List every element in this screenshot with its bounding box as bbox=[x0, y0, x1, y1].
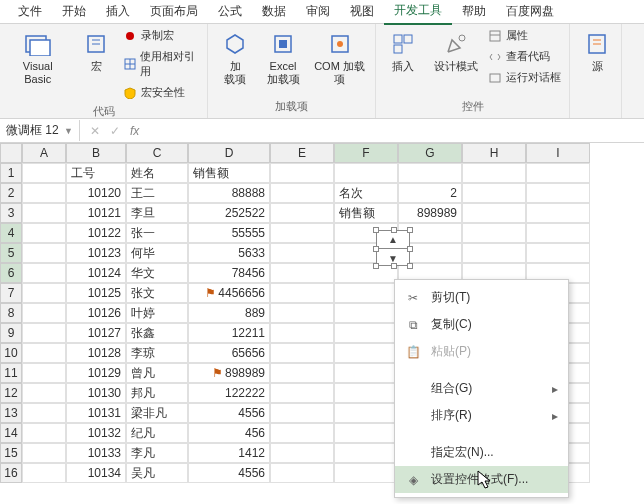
cell-H1[interactable] bbox=[462, 163, 526, 183]
cell-D2[interactable]: 88888 bbox=[188, 183, 270, 203]
cell-C14[interactable]: 纪凡 bbox=[126, 423, 188, 443]
cell-E12[interactable] bbox=[270, 383, 334, 403]
cell-A12[interactable] bbox=[22, 383, 66, 403]
cell-G1[interactable] bbox=[398, 163, 462, 183]
cell-I3[interactable] bbox=[526, 203, 590, 223]
cell-E8[interactable] bbox=[270, 303, 334, 323]
cell-I2[interactable] bbox=[526, 183, 590, 203]
cell-A1[interactable] bbox=[22, 163, 66, 183]
cell-D16[interactable]: 4556 bbox=[188, 463, 270, 483]
com-addins-button[interactable]: COM 加载项 bbox=[308, 26, 371, 90]
spin-button-control[interactable]: ▲ ▼ bbox=[376, 230, 410, 266]
cell-B7[interactable]: 10125 bbox=[66, 283, 126, 303]
cell-E16[interactable] bbox=[270, 463, 334, 483]
cell-B14[interactable]: 10132 bbox=[66, 423, 126, 443]
ctx-copy[interactable]: ⧉复制(C) bbox=[395, 311, 568, 338]
col-head-E[interactable]: E bbox=[270, 143, 334, 163]
cell-B3[interactable]: 10121 bbox=[66, 203, 126, 223]
cell-F12[interactable] bbox=[334, 383, 398, 403]
cell-D14[interactable]: 456 bbox=[188, 423, 270, 443]
cell-B8[interactable]: 10126 bbox=[66, 303, 126, 323]
cell-I4[interactable] bbox=[526, 223, 590, 243]
cell-E10[interactable] bbox=[270, 343, 334, 363]
col-head-B[interactable]: B bbox=[66, 143, 126, 163]
cell-F10[interactable] bbox=[334, 343, 398, 363]
cell-C2[interactable]: 王二 bbox=[126, 183, 188, 203]
cell-A16[interactable] bbox=[22, 463, 66, 483]
cancel-icon[interactable]: ✕ bbox=[90, 124, 100, 138]
cell-F7[interactable] bbox=[334, 283, 398, 303]
cell-D1[interactable]: 销售额 bbox=[188, 163, 270, 183]
cell-G3[interactable]: 898989 bbox=[398, 203, 462, 223]
record-macro-button[interactable]: 录制宏 bbox=[121, 26, 203, 45]
cell-F16[interactable] bbox=[334, 463, 398, 483]
cell-C11[interactable]: 曾凡 bbox=[126, 363, 188, 383]
cell-E1[interactable] bbox=[270, 163, 334, 183]
cell-F1[interactable] bbox=[334, 163, 398, 183]
cell-B12[interactable]: 10130 bbox=[66, 383, 126, 403]
cell-F2[interactable]: 名次 bbox=[334, 183, 398, 203]
cell-B13[interactable]: 10131 bbox=[66, 403, 126, 423]
cell-D8[interactable]: 889 bbox=[188, 303, 270, 323]
cell-F14[interactable] bbox=[334, 423, 398, 443]
cell-F9[interactable] bbox=[334, 323, 398, 343]
cell-C8[interactable]: 叶婷 bbox=[126, 303, 188, 323]
col-head-H[interactable]: H bbox=[462, 143, 526, 163]
tab-developer[interactable]: 开发工具 bbox=[384, 0, 452, 25]
ctx-order[interactable]: 排序(R)▸ bbox=[395, 402, 568, 429]
cell-E4[interactable] bbox=[270, 223, 334, 243]
cell-H4[interactable] bbox=[462, 223, 526, 243]
tab-insert[interactable]: 插入 bbox=[96, 0, 140, 24]
macro-security-button[interactable]: 宏安全性 bbox=[121, 83, 203, 102]
row-head-7[interactable]: 7 bbox=[0, 283, 22, 303]
row-head-4[interactable]: 4 bbox=[0, 223, 22, 243]
relative-ref-button[interactable]: 使用相对引用 bbox=[121, 47, 203, 81]
cell-F11[interactable] bbox=[334, 363, 398, 383]
row-head-15[interactable]: 15 bbox=[0, 443, 22, 463]
cell-B4[interactable]: 10122 bbox=[66, 223, 126, 243]
col-head-C[interactable]: C bbox=[126, 143, 188, 163]
col-head-G[interactable]: G bbox=[398, 143, 462, 163]
cell-E5[interactable] bbox=[270, 243, 334, 263]
cell-D10[interactable]: 65656 bbox=[188, 343, 270, 363]
tab-home[interactable]: 开始 bbox=[52, 0, 96, 24]
macro-button[interactable]: 宏 bbox=[73, 26, 119, 77]
cell-F3[interactable]: 销售额 bbox=[334, 203, 398, 223]
cell-A6[interactable] bbox=[22, 263, 66, 283]
cell-B2[interactable]: 10120 bbox=[66, 183, 126, 203]
col-head-F[interactable]: F bbox=[334, 143, 398, 163]
cell-A10[interactable] bbox=[22, 343, 66, 363]
cell-A13[interactable] bbox=[22, 403, 66, 423]
cell-C7[interactable]: 张文 bbox=[126, 283, 188, 303]
cell-H3[interactable] bbox=[462, 203, 526, 223]
cell-D6[interactable]: 78456 bbox=[188, 263, 270, 283]
cell-A7[interactable] bbox=[22, 283, 66, 303]
row-head-16[interactable]: 16 bbox=[0, 463, 22, 483]
col-head-D[interactable]: D bbox=[188, 143, 270, 163]
cell-I1[interactable] bbox=[526, 163, 590, 183]
cell-C10[interactable]: 李琼 bbox=[126, 343, 188, 363]
cell-A11[interactable] bbox=[22, 363, 66, 383]
tab-data[interactable]: 数据 bbox=[252, 0, 296, 24]
properties-button[interactable]: 属性 bbox=[486, 26, 563, 45]
row-head-12[interactable]: 12 bbox=[0, 383, 22, 403]
fx-icon[interactable]: fx bbox=[130, 124, 139, 138]
cell-I5[interactable] bbox=[526, 243, 590, 263]
excel-addins-button[interactable]: Excel 加载项 bbox=[260, 26, 306, 90]
cell-E15[interactable] bbox=[270, 443, 334, 463]
cell-G2[interactable]: 2 bbox=[398, 183, 462, 203]
ctx-cut[interactable]: ✂剪切(T) bbox=[395, 284, 568, 311]
tab-baidu[interactable]: 百度网盘 bbox=[496, 0, 564, 24]
cell-E2[interactable] bbox=[270, 183, 334, 203]
view-code-button[interactable]: 查看代码 bbox=[486, 47, 563, 66]
row-head-9[interactable]: 9 bbox=[0, 323, 22, 343]
cell-A5[interactable] bbox=[22, 243, 66, 263]
controls-insert-button[interactable]: 插入 bbox=[380, 26, 426, 77]
cell-C3[interactable]: 李旦 bbox=[126, 203, 188, 223]
cell-E6[interactable] bbox=[270, 263, 334, 283]
cell-D11[interactable]: ⚑898989 bbox=[188, 363, 270, 383]
row-head-6[interactable]: 6 bbox=[0, 263, 22, 283]
cell-E11[interactable] bbox=[270, 363, 334, 383]
cell-C13[interactable]: 梁非凡 bbox=[126, 403, 188, 423]
row-head-5[interactable]: 5 bbox=[0, 243, 22, 263]
